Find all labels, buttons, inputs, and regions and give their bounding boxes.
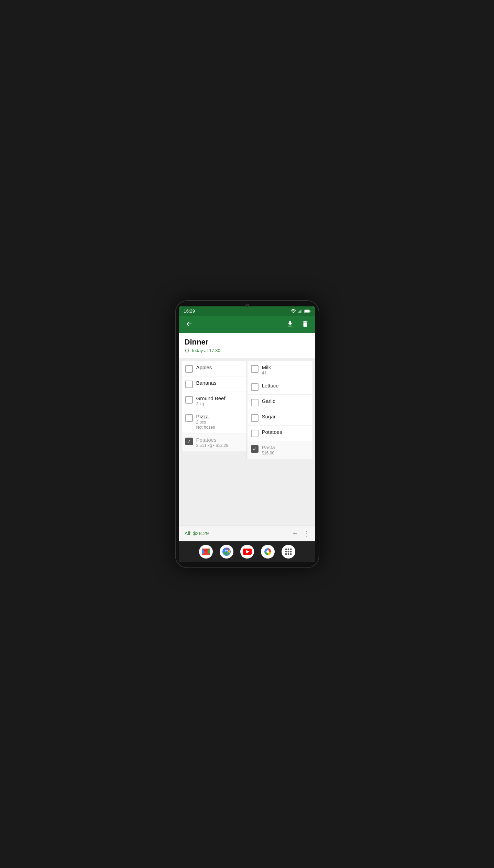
- item-name: Pizza: [196, 414, 243, 419]
- left-column: Apples Bananas Ground Beef: [182, 361, 247, 459]
- signal-icon: [298, 309, 303, 313]
- item-detail: $16.00: [262, 451, 309, 455]
- list-item[interactable]: Apples: [182, 361, 246, 376]
- apps-icon[interactable]: [282, 545, 295, 559]
- nav-bar: [179, 541, 315, 562]
- item-checkbox[interactable]: [251, 430, 259, 437]
- youtube-icon[interactable]: [240, 545, 254, 559]
- item-text: Lettuce: [262, 383, 309, 388]
- item-name: Milk: [262, 364, 309, 370]
- item-checkbox[interactable]: [185, 396, 193, 404]
- more-icon: ⋮: [303, 530, 310, 537]
- svg-point-22: [290, 553, 292, 555]
- item-checkbox[interactable]: [185, 414, 193, 422]
- item-text: Ground Beef 3 kg: [196, 395, 243, 406]
- delete-icon: [301, 320, 309, 328]
- subtitle-row: Today at 17:30: [185, 348, 310, 353]
- status-icons: [290, 309, 310, 313]
- item-checkbox[interactable]: [251, 399, 259, 406]
- item-name: Ground Beef: [196, 395, 243, 401]
- item-detail: 3.511 kg • $12.29: [196, 443, 243, 448]
- item-text: Potatoes 3.511 kg • $12.29: [196, 437, 243, 448]
- more-options-button[interactable]: ⋮: [303, 530, 310, 537]
- svg-point-17: [285, 551, 287, 552]
- list-item[interactable]: Lettuce: [248, 379, 312, 395]
- item-detail-2: Not frozen: [196, 425, 243, 430]
- add-item-button[interactable]: +: [293, 530, 297, 537]
- list-item[interactable]: Potatoes: [248, 426, 312, 441]
- page-title: Dinner: [185, 338, 310, 347]
- gmail-icon[interactable]: [199, 545, 213, 559]
- item-text: Milk 4 l: [262, 364, 309, 375]
- item-checkbox[interactable]: [251, 365, 259, 373]
- content-header: Dinner Today at 17:30: [179, 333, 315, 358]
- svg-point-16: [290, 548, 292, 550]
- delete-button[interactable]: [300, 319, 310, 330]
- item-detail: 4 l: [262, 371, 309, 375]
- total-label: All: $28.29: [185, 530, 209, 536]
- bottom-actions: + ⋮: [293, 530, 310, 537]
- item-checkbox[interactable]: ✓: [251, 445, 259, 453]
- item-detail: 3 kg: [196, 402, 243, 406]
- item-text: Potatoes: [262, 429, 309, 435]
- svg-rect-7: [304, 310, 309, 312]
- items-area: Apples Bananas Ground Beef: [179, 358, 315, 525]
- screen: 16:29: [179, 306, 315, 562]
- svg-rect-6: [310, 311, 310, 312]
- checkmark-icon: ✓: [187, 439, 191, 444]
- svg-point-14: [285, 548, 287, 550]
- toolbar: [179, 316, 315, 333]
- toolbar-actions: [285, 319, 310, 330]
- download-icon: [286, 320, 294, 328]
- item-text: Pizza 2 pcs Not frozen: [196, 414, 243, 430]
- list-item[interactable]: ✓ Potatoes 3.511 kg • $12.29: [182, 433, 246, 452]
- list-item[interactable]: Bananas: [182, 376, 246, 392]
- svg-point-0: [293, 312, 294, 313]
- list-item[interactable]: Ground Beef 3 kg: [182, 392, 246, 410]
- list-item[interactable]: Sugar: [248, 410, 312, 426]
- chrome-icon[interactable]: [220, 545, 233, 559]
- list-item[interactable]: Milk 4 l: [248, 361, 312, 379]
- battery-icon: [304, 309, 310, 313]
- item-checkbox[interactable]: ✓: [185, 438, 193, 445]
- svg-point-15: [287, 548, 289, 550]
- alarm-icon: [185, 348, 189, 353]
- back-button[interactable]: [184, 319, 194, 330]
- svg-rect-4: [300, 309, 301, 313]
- item-name: Garlic: [262, 398, 309, 404]
- add-icon: +: [293, 529, 297, 538]
- list-item[interactable]: Garlic: [248, 395, 312, 410]
- svg-point-20: [285, 553, 287, 555]
- svg-point-21: [287, 553, 289, 555]
- svg-point-18: [287, 551, 289, 552]
- item-name: Sugar: [262, 414, 309, 419]
- checkmark-icon: ✓: [253, 447, 257, 451]
- item-name: Lettuce: [262, 383, 309, 388]
- svg-rect-3: [299, 310, 300, 313]
- wifi-icon: [290, 309, 296, 313]
- item-detail: 2 pcs: [196, 420, 243, 425]
- item-name: Potatoes: [262, 429, 309, 435]
- svg-rect-1: [298, 312, 298, 313]
- item-checkbox[interactable]: [251, 383, 259, 391]
- item-name: Potatoes: [196, 437, 243, 443]
- download-button[interactable]: [285, 319, 295, 330]
- item-text: Sugar: [262, 414, 309, 419]
- item-name: Apples: [196, 364, 243, 370]
- status-bar: 16:29: [179, 306, 315, 316]
- svg-point-19: [290, 551, 292, 552]
- item-checkbox[interactable]: [251, 414, 259, 422]
- item-name: Bananas: [196, 380, 243, 386]
- device: 16:29: [175, 300, 319, 568]
- photos-icon[interactable]: [261, 545, 275, 559]
- items-grid: Apples Bananas Ground Beef: [182, 361, 312, 459]
- item-checkbox[interactable]: [185, 365, 193, 373]
- camera: [245, 304, 249, 307]
- list-item[interactable]: ✓ Pasta $16.00: [248, 441, 312, 459]
- right-column: Milk 4 l Lettuce: [248, 361, 312, 459]
- item-checkbox[interactable]: [185, 381, 193, 388]
- back-icon: [185, 320, 193, 328]
- subtitle-text: Today at 17:30: [191, 348, 220, 353]
- bottom-bar: All: $28.29 + ⋮: [179, 525, 315, 541]
- list-item[interactable]: Pizza 2 pcs Not frozen: [182, 410, 246, 433]
